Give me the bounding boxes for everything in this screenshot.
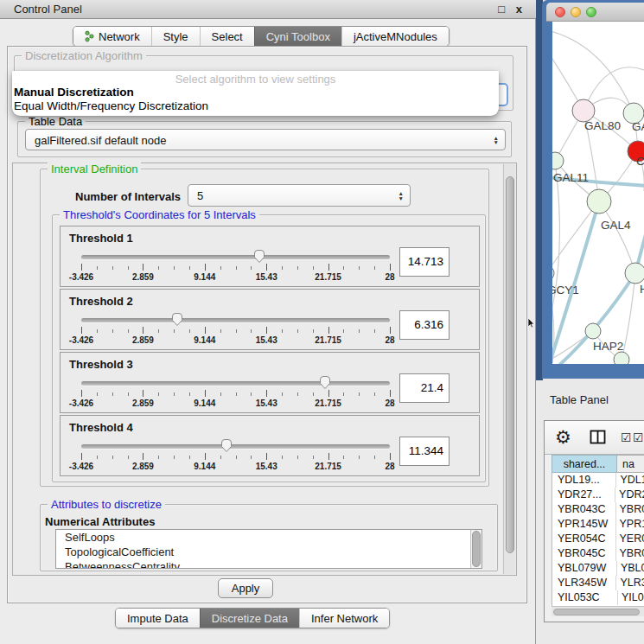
column-view-icon[interactable] [590, 429, 607, 450]
tick-mark [143, 453, 143, 460]
tick-mark [189, 329, 190, 333]
table-row[interactable]: YER054CYER0 [552, 532, 644, 546]
cell-name: YLR3 [616, 576, 644, 590]
tick-mark [374, 329, 375, 333]
checkbox-icon[interactable]: ☑ [621, 431, 632, 443]
scrollbar-thumb[interactable] [472, 531, 481, 567]
table-row[interactable]: YDR27...YDR2 [552, 488, 644, 502]
tick-mark [81, 390, 82, 397]
threshold-value-field[interactable]: 11.344 [399, 437, 450, 466]
apply-button[interactable]: Apply [218, 578, 273, 598]
tick-mark [236, 392, 237, 396]
list-scrollbar[interactable] [470, 530, 481, 568]
cell-shared-name: YBL079W [552, 561, 617, 576]
table-row[interactable]: YIL053CYIL0 [552, 590, 644, 605]
mac-minimize-button[interactable] [571, 7, 581, 17]
mac-zoom-button[interactable] [586, 7, 596, 17]
number-of-intervals-combobox[interactable]: 5 ▲▼ [188, 184, 411, 207]
slider-thumb[interactable] [318, 375, 332, 390]
slider-thumb[interactable] [220, 438, 233, 453]
tick-label: 21.715 [315, 335, 341, 345]
dropdown-option-manual-discretization[interactable]: Manual Discretization [12, 86, 499, 99]
tick-mark [143, 390, 143, 397]
float-window-icon[interactable]: □ [498, 3, 505, 16]
tick-mark [220, 392, 221, 396]
cell-shared-name: YBR043C [552, 502, 616, 517]
column-header-shared-name[interactable]: shared... [552, 455, 617, 473]
tick-mark [297, 392, 298, 396]
tab-jactivemnodules[interactable]: jActiveMNodules [341, 27, 449, 46]
network-canvas[interactable]: GAL80GACGAL11GAL4GCY1HHAP2 [552, 22, 644, 364]
column-header-name[interactable]: na [617, 455, 644, 473]
network-node[interactable] [552, 265, 554, 281]
slider-thumb[interactable] [252, 249, 266, 264]
slider-thumb[interactable] [170, 312, 184, 327]
threshold-value-field[interactable]: 21.4 [399, 373, 450, 403]
table-row[interactable]: YPR145WYPR1 [552, 517, 644, 532]
tick-label: 15.43 [256, 399, 277, 408]
gear-icon[interactable]: ⚙ [555, 426, 571, 449]
attribute-item[interactable]: TopologicalCoefficient [56, 545, 481, 559]
slider-track[interactable] [81, 255, 390, 259]
network-node[interactable] [552, 152, 564, 169]
settings-scrollbar[interactable] [503, 164, 515, 574]
tick-mark [390, 390, 391, 397]
tab-discretize-data[interactable]: Discretize Data [200, 609, 299, 628]
table-panel: ⚙ ☑ ☑ shared... na YDL19...YDL1YDR27...Y… [544, 420, 644, 622]
threshold-value-field[interactable]: 6.316 [399, 310, 450, 340]
mac-close-button[interactable] [555, 7, 565, 17]
table-data-group: Table Data galFiltered.sif default node … [17, 121, 512, 157]
threshold-value-field[interactable]: 14.713 [399, 247, 450, 277]
mouse-cursor [527, 316, 535, 332]
slider-track[interactable] [81, 444, 390, 449]
control-panel-titlebar: Control Panel □ x [0, 0, 536, 19]
network-node[interactable] [625, 263, 644, 284]
scrollbar-thumb[interactable] [506, 176, 514, 553]
tick-label: -3.426 [69, 272, 93, 282]
tick-label: 21.715 [315, 462, 341, 471]
slider-track[interactable] [81, 381, 390, 386]
table-horizontal-scrollbar[interactable] [552, 606, 644, 616]
tab-style[interactable]: Style [151, 27, 200, 46]
scrollbar-thumb[interactable] [553, 609, 640, 615]
tab-select[interactable]: Select [200, 27, 254, 46]
table-row[interactable]: YLR345WYLR3 [552, 576, 644, 590]
close-icon[interactable]: x [516, 3, 522, 16]
tick-mark [97, 392, 98, 396]
tab-impute-data[interactable]: Impute Data [116, 609, 200, 628]
checkbox-icon[interactable]: ☑ [633, 431, 644, 443]
tab-label: Infer Network [311, 612, 378, 625]
network-node[interactable] [585, 323, 601, 339]
slider-track[interactable] [81, 318, 390, 322]
dropdown-option-equal-width-frequency[interactable]: Equal Width/Frequency Discretization [12, 99, 499, 113]
threshold-label: Threshold 4 [69, 421, 133, 434]
tick-label: 9.144 [194, 335, 215, 345]
network-node[interactable] [587, 189, 611, 214]
tick-label: -3.426 [69, 462, 93, 471]
cell-name: YPR1 [616, 517, 644, 532]
table-row[interactable]: YBR043CYBR0 [552, 502, 644, 517]
table-row[interactable]: YBL079WYBL0 [552, 561, 644, 576]
threshold-2-panel: Threshold 2 -3.4262.8599.14415.4321.7152… [60, 289, 480, 350]
numerical-attributes-list[interactable]: SelfLoopsTopologicalCoefficientBetweenne… [55, 529, 482, 569]
tab-label: Select [212, 30, 243, 43]
table-data-combobox[interactable]: galFiltered.sif default node ▲▼ [25, 129, 506, 150]
tick-mark [266, 453, 267, 460]
tab-infer-network[interactable]: Infer Network [299, 609, 389, 628]
tick-mark [112, 456, 113, 459]
slider-ticks [81, 327, 390, 335]
table-row[interactable]: YBR045CYBR0 [552, 546, 644, 561]
node-label: HAP2 [593, 340, 623, 353]
tab-cyni-toolbox[interactable]: Cyni Toolbox [254, 27, 341, 46]
threshold-label: Threshold 1 [69, 232, 133, 245]
attribute-item[interactable]: BetweennessCentrality [56, 559, 481, 569]
attribute-item[interactable]: SelfLoops [56, 530, 481, 545]
table-row[interactable]: YDL19...YDL1 [552, 473, 644, 488]
tick-mark [97, 329, 98, 333]
tab-network[interactable]: Network [73, 27, 151, 46]
tick-mark [158, 329, 159, 333]
network-node[interactable] [614, 352, 629, 364]
tick-label: 21.715 [315, 399, 341, 408]
tick-mark [343, 266, 344, 270]
slider-ticks [81, 390, 390, 398]
